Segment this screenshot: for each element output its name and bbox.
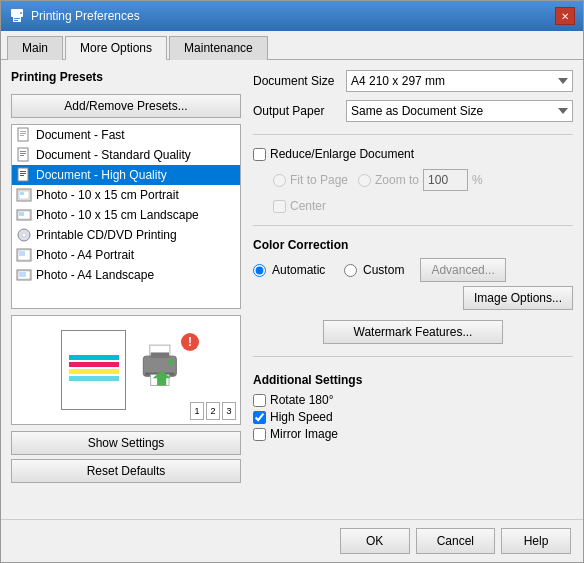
color-correction-title: Color Correction	[253, 238, 573, 252]
document-size-dropdown[interactable]: A4 210 x 297 mm	[346, 70, 573, 92]
zoom-to-label: Zoom to	[375, 173, 419, 187]
custom-radio[interactable]	[344, 264, 357, 277]
center-label: Center	[290, 199, 326, 213]
svg-rect-5	[18, 128, 28, 141]
tabs-bar: Main More Options Maintenance	[1, 31, 583, 60]
svg-rect-6	[20, 131, 26, 132]
page-num-3: 3	[222, 402, 236, 420]
reduce-enlarge-label: Reduce/Enlarge Document	[270, 147, 414, 161]
preset-cd-dvd-icon	[16, 227, 32, 243]
printer-title-icon	[9, 8, 25, 24]
stripe-yellow	[69, 369, 119, 374]
svg-rect-13	[18, 168, 28, 181]
svg-rect-10	[20, 151, 26, 152]
preset-photo-landscape-icon	[16, 207, 32, 223]
svg-rect-8	[20, 135, 24, 136]
page-counter: 1 2 3	[190, 402, 236, 420]
title-text: Printing Preferences	[31, 9, 140, 23]
center-row: Center	[273, 199, 573, 213]
custom-label: Custom	[363, 263, 404, 277]
svg-rect-12	[20, 155, 24, 156]
automatic-label: Automatic	[272, 263, 325, 277]
stripe-cyan-2	[69, 376, 119, 381]
preset-photo-portrait-icon	[16, 187, 32, 203]
image-options-button[interactable]: Image Options...	[463, 286, 573, 310]
preset-photo-landscape[interactable]: Photo - 10 x 15 cm Landscape	[12, 205, 240, 225]
document-size-row: Document Size A4 210 x 297 mm	[253, 70, 573, 92]
automatic-row: Automatic Custom Advanced...	[253, 258, 506, 282]
rotate-180-row: Rotate 180°	[253, 393, 573, 407]
additional-settings-section: Additional Settings Rotate 180° High Spe…	[253, 373, 573, 441]
presets-list: Document - Fast Document - Standard Qual…	[11, 124, 241, 309]
zoom-to-radio[interactable]	[358, 174, 371, 187]
svg-point-37	[168, 360, 174, 366]
preset-photo-a4-landscape[interactable]: Photo - A4 Landscape	[12, 265, 240, 285]
ok-button[interactable]: OK	[340, 528, 410, 554]
output-paper-label: Output Paper	[253, 104, 338, 118]
right-panel: Document Size A4 210 x 297 mm Output Pap…	[253, 70, 573, 509]
preset-doc-standard[interactable]: Document - Standard Quality	[12, 145, 240, 165]
show-settings-button[interactable]: Show Settings	[11, 431, 241, 455]
title-bar: Printing Preferences ✕	[1, 1, 583, 31]
percent-label: %	[472, 173, 483, 187]
image-options-row: Image Options...	[253, 286, 573, 310]
center-checkbox[interactable]	[273, 200, 286, 213]
preset-doc-standard-icon	[16, 147, 32, 163]
svg-rect-33	[151, 352, 169, 358]
high-speed-checkbox[interactable]	[253, 411, 266, 424]
svg-rect-3	[14, 20, 18, 21]
cancel-button[interactable]: Cancel	[416, 528, 495, 554]
close-button[interactable]: ✕	[555, 7, 575, 25]
printer-icon	[136, 341, 191, 396]
output-paper-row: Output Paper Same as Document Size	[253, 100, 573, 122]
svg-rect-14	[20, 171, 26, 172]
svg-rect-9	[18, 148, 28, 161]
tab-main[interactable]: Main	[7, 36, 63, 60]
reduce-enlarge-checkbox[interactable]	[253, 148, 266, 161]
reset-defaults-button[interactable]: Reset Defaults	[11, 459, 241, 483]
preset-photo-a4-portrait[interactable]: Photo - A4 Portrait	[12, 245, 240, 265]
page-num-1: 1	[190, 402, 204, 420]
preview-stripes	[69, 355, 119, 385]
page-num-2: 2	[206, 402, 220, 420]
presets-title: Printing Presets	[11, 70, 241, 84]
preset-doc-fast[interactable]: Document - Fast	[12, 125, 240, 145]
tab-maintenance[interactable]: Maintenance	[169, 36, 268, 60]
automatic-radio[interactable]	[253, 264, 266, 277]
zoom-to-row: Zoom to %	[358, 169, 483, 191]
preview-area: !	[11, 315, 241, 425]
svg-rect-11	[20, 153, 26, 154]
tab-more-options[interactable]: More Options	[65, 36, 167, 60]
stripe-cyan	[69, 355, 119, 360]
preset-photo-a4-portrait-icon	[16, 247, 32, 263]
color-correction-section: Color Correction Automatic Custom Advanc…	[253, 238, 573, 310]
mirror-image-checkbox[interactable]	[253, 428, 266, 441]
zoom-value-input[interactable]	[423, 169, 468, 191]
fit-to-page-radio[interactable]	[273, 174, 286, 187]
preset-doc-high[interactable]: Document - High Quality	[12, 165, 240, 185]
fit-zoom-group: Fit to Page Zoom to %	[273, 169, 573, 191]
mirror-image-label: Mirror Image	[270, 427, 338, 441]
preset-photo-a4-landscape-icon	[16, 267, 32, 283]
add-remove-presets-button[interactable]: Add/Remove Presets...	[11, 94, 241, 118]
footer: OK Cancel Help	[1, 519, 583, 562]
preset-cd-dvd[interactable]: Printable CD/DVD Printing	[12, 225, 240, 245]
watermark-button[interactable]: Watermark Features...	[323, 320, 503, 344]
help-button[interactable]: Help	[501, 528, 571, 554]
fit-to-page-row: Fit to Page	[273, 173, 348, 187]
svg-rect-16	[20, 175, 24, 176]
color-correction-inner: Automatic Custom Advanced...	[253, 258, 573, 282]
output-paper-dropdown[interactable]: Same as Document Size	[346, 100, 573, 122]
rotate-180-label: Rotate 180°	[270, 393, 334, 407]
bottom-buttons: Show Settings Reset Defaults	[11, 431, 241, 483]
rotate-180-checkbox[interactable]	[253, 394, 266, 407]
svg-rect-22	[19, 212, 24, 216]
printer-icon-area: !	[136, 341, 191, 399]
advanced-button[interactable]: Advanced...	[420, 258, 505, 282]
stripe-magenta	[69, 362, 119, 367]
svg-point-24	[22, 233, 26, 237]
preset-photo-portrait[interactable]: Photo - 10 x 15 cm Portrait	[12, 185, 240, 205]
additional-settings-title: Additional Settings	[253, 373, 573, 387]
svg-point-4	[20, 12, 22, 14]
preset-doc-high-icon	[16, 167, 32, 183]
